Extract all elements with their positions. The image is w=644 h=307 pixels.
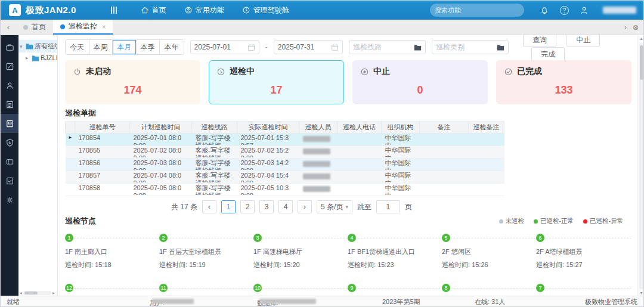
jump-page-input[interactable]: [376, 200, 400, 213]
node-9[interactable]: 9 2F A塔风柜房对出 巡检时间: 15:28: [348, 284, 442, 297]
card-aborted[interactable]: 中止 0: [352, 60, 488, 104]
sidebar-item-report[interactable]: [1, 95, 18, 114]
node-6[interactable]: 6 2F A塔绿植组景 巡检时间: 15:27: [536, 234, 630, 269]
chevron-down-icon[interactable]: ▾: [20, 44, 24, 49]
sidebar-item-edit[interactable]: [1, 57, 18, 76]
node-number-badge: 6: [536, 234, 544, 242]
range-month-button[interactable]: 本月: [113, 40, 137, 54]
tree-item-all-orgs[interactable]: ▾ 所有组织机构: [18, 40, 57, 52]
col-inspector[interactable]: 巡检人员: [299, 122, 338, 134]
menu-collapse-icon[interactable]: [111, 7, 117, 14]
node-3[interactable]: 3 1F 高速梯电梯厅 巡检时间: 15:20: [253, 234, 348, 269]
user-icon[interactable]: [580, 6, 589, 15]
node-7[interactable]: 7 2F A1走火梯前室 巡检时间: 15:29: [536, 284, 630, 297]
sidebar-item-shield[interactable]: [1, 133, 18, 152]
date-to-field[interactable]: [274, 40, 343, 54]
tree-item-bjzllh[interactable]: ▸ BJZLLH: [18, 52, 57, 63]
tabs-scroll-right[interactable]: ›: [624, 23, 627, 32]
page-button-2[interactable]: 2: [240, 200, 255, 213]
scrollbar-track[interactable]: [639, 43, 644, 289]
tree-horizontal-scrollbar[interactable]: ◂ ▸: [20, 290, 55, 296]
scroll-right-icon[interactable]: ▸: [52, 290, 55, 296]
sidebar-item-inspection[interactable]: [1, 114, 18, 133]
date-to-input[interactable]: [278, 43, 331, 51]
col-order-no[interactable]: 巡检单号: [75, 122, 130, 134]
node-12[interactable]: 12 2F B1走火梯前室 巡检时间: 15:31: [65, 284, 159, 297]
col-route[interactable]: 巡检线路: [192, 122, 237, 134]
cell-phone: [338, 134, 382, 146]
col-phone[interactable]: 巡检人电话: [338, 122, 382, 134]
range-year-button[interactable]: 本年: [160, 40, 183, 54]
global-search[interactable]: [430, 4, 524, 17]
table-row[interactable]: 170857 2025-07-04 08:00:00 客服-写字楼巡检线路 20…: [66, 171, 504, 184]
tabs-scroll-left[interactable]: ‹: [1, 20, 16, 35]
date-from-input[interactable]: [194, 43, 247, 51]
tab-home[interactable]: 首页: [16, 20, 53, 35]
node-5[interactable]: 5 2F 悠闲区 巡检时间: 15:26: [442, 234, 536, 269]
range-today-button[interactable]: 今天: [66, 40, 89, 54]
tab-close-icon[interactable]: ×: [102, 23, 106, 30]
table-row[interactable]: 170858 2025-07-05 08:00:00 客服-写字楼巡检线路 20…: [66, 184, 504, 196]
prev-page-button[interactable]: ‹: [202, 200, 216, 213]
close-all-tabs-icon[interactable]: ⊗: [633, 23, 639, 32]
col-actual-time[interactable]: 实际巡检时间: [237, 122, 299, 134]
node-10[interactable]: 10 2F 9#10#客梯对出 巡检时间: 15:30: [253, 284, 348, 297]
folder-icon: [26, 43, 33, 49]
page-button-1[interactable]: 1: [221, 200, 236, 213]
app-title: 极致JAN2.0: [26, 5, 76, 16]
nav-home[interactable]: 首页: [141, 5, 166, 15]
node-2[interactable]: 2 1F 首层大堂绿植组景 巡检时间: 15:19: [159, 234, 253, 269]
complete-button[interactable]: 完成: [531, 47, 565, 61]
route-input[interactable]: [353, 43, 414, 51]
page-size-select[interactable]: 5 条/页 ▾: [317, 200, 352, 213]
sidebar-item-ticket[interactable]: [1, 152, 18, 171]
range-quarter-button[interactable]: 本季: [137, 40, 160, 54]
col-remark[interactable]: 备注: [420, 122, 469, 134]
route-picker-field[interactable]: [349, 40, 426, 54]
scrollbar-track[interactable]: [23, 291, 51, 295]
type-picker-field[interactable]: [432, 40, 509, 54]
col-inspect-remark[interactable]: 巡检备注: [469, 122, 504, 134]
folder-picker-icon[interactable]: [497, 44, 504, 51]
cell-phone: [338, 184, 382, 196]
col-plan-time[interactable]: 计划巡检时间: [130, 122, 192, 134]
node-11[interactable]: 11 2F B塔绿植组景 巡检时间: 15:31: [159, 284, 253, 297]
search-input[interactable]: [435, 7, 519, 14]
notification-bell-icon[interactable]: [540, 5, 549, 15]
row-marker-icon: ▸: [66, 134, 75, 146]
chevron-right-icon[interactable]: ▸: [26, 55, 30, 61]
tab-inspection-monitor[interactable]: 巡检监控 ×: [53, 20, 113, 35]
main-vertical-scrollbar[interactable]: ▴ ▾: [637, 35, 644, 297]
card-completed[interactable]: 已完成 133: [496, 60, 631, 104]
query-button[interactable]: 查询: [523, 35, 556, 47]
scrollbar-thumb[interactable]: [640, 45, 643, 80]
folder-picker-icon[interactable]: [414, 44, 422, 51]
sidebar-item-briefcase[interactable]: [1, 38, 18, 57]
nav-dashboard[interactable]: 管理驾驶舱: [242, 5, 289, 15]
nav-common-functions[interactable]: 常用功能: [184, 5, 224, 15]
page-button-4[interactable]: 4: [278, 200, 293, 213]
next-page-button[interactable]: ›: [298, 200, 312, 213]
help-icon[interactable]: ?: [560, 6, 569, 15]
type-input[interactable]: [436, 43, 497, 51]
node-4[interactable]: 4 1F BF1货梯通道出入口 巡检时间: 15:23: [348, 234, 442, 269]
node-1[interactable]: 1 1F 南主廊入口 巡检时间: 15:18: [65, 234, 159, 269]
sidebar-item-doc-check[interactable]: [1, 171, 18, 190]
page-button-3[interactable]: 3: [259, 200, 274, 213]
abort-button[interactable]: 中止: [566, 35, 600, 47]
scrollbar-thumb[interactable]: [24, 292, 38, 294]
table-row[interactable]: ▸ 170854 2025-07-01 08:00:00 客服-写字楼巡检线路 …: [66, 134, 504, 146]
col-org[interactable]: 组织机构: [382, 122, 420, 134]
node-8[interactable]: 8 2F A2走火梯前室 巡检时间: 15:30: [442, 284, 536, 297]
date-from-field[interactable]: [190, 40, 259, 54]
range-week-button[interactable]: 本周: [89, 40, 113, 54]
scroll-left-icon[interactable]: ◂: [20, 290, 22, 296]
card-inspecting[interactable]: 巡检中 17: [209, 60, 344, 104]
sidebar-item-settings[interactable]: [1, 190, 18, 209]
username-redacted[interactable]: [603, 7, 636, 14]
card-not-started[interactable]: 未启动 174: [65, 60, 200, 104]
sidebar-item-users[interactable]: [1, 76, 18, 95]
scroll-up-icon[interactable]: ▴: [640, 35, 642, 42]
table-row[interactable]: 170855 2025-07-02 08:00:00 客服-写字楼巡检线路 20…: [66, 146, 504, 159]
table-row[interactable]: 170856 2025-07-03 08:00:00 客服-写字楼巡检线路 20…: [66, 159, 504, 171]
